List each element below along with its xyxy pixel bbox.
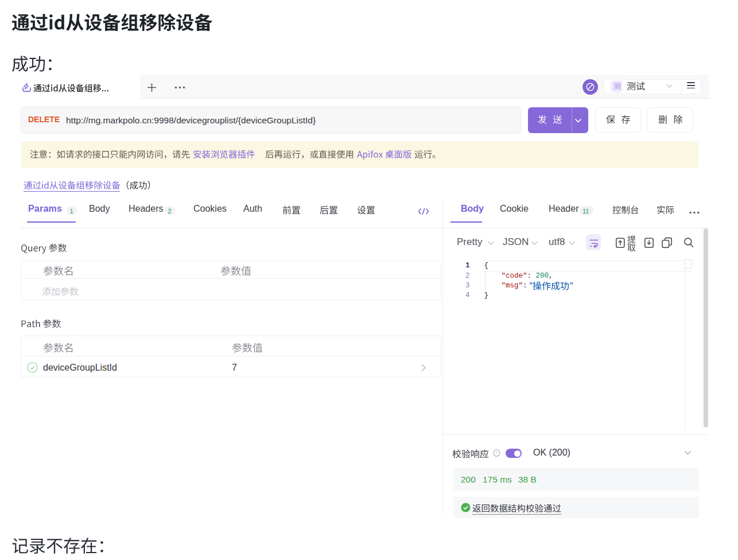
svg-text:?: ? bbox=[495, 450, 498, 456]
